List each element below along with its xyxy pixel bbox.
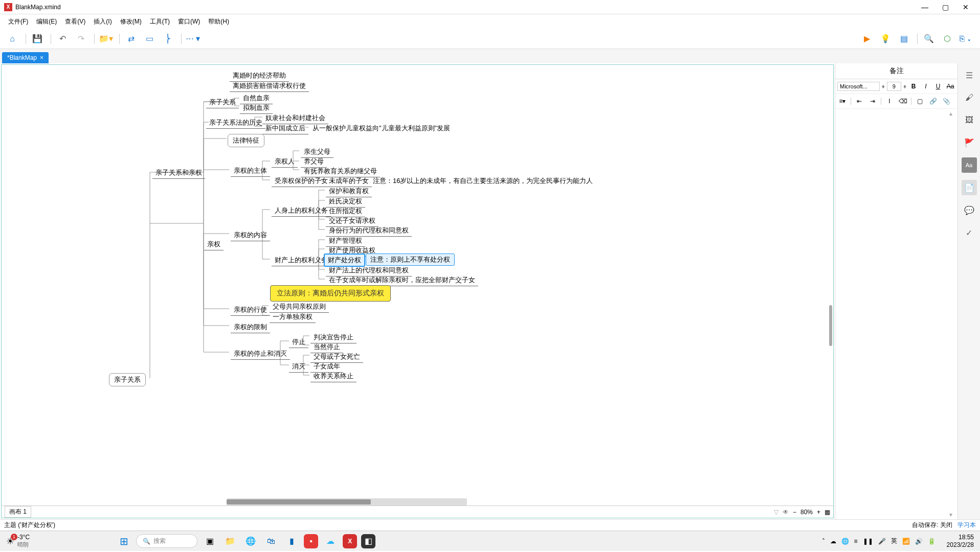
minimize-button[interactable]: —	[915, 1, 935, 13]
tray-speak-icon[interactable]: ❚❚	[863, 538, 873, 545]
node-holder[interactable]: 亲权人	[272, 156, 298, 168]
tray-mic-icon[interactable]: 🎤	[878, 538, 886, 545]
search-button[interactable]: 🔍	[921, 31, 937, 47]
node-property-rights[interactable]: 财产上的权利义务	[272, 255, 331, 266]
store-icon[interactable]: 🛍	[263, 533, 279, 549]
tray-ime-lang[interactable]: 英	[891, 537, 897, 545]
menu-tools[interactable]: 工具(T)	[146, 14, 174, 29]
summary-button[interactable]: ⎬	[160, 31, 176, 47]
explorer-icon[interactable]: 📁	[222, 533, 238, 549]
clear-format-button[interactable]: ⌫	[898, 96, 908, 106]
menu-modify[interactable]: 修改(M)	[116, 14, 146, 29]
menu-help[interactable]: 帮助(H)	[204, 14, 233, 29]
align-button[interactable]: ≡▾	[837, 96, 848, 106]
tray-battery-icon[interactable]: 🔋	[928, 538, 936, 545]
app-icon-1[interactable]: ▮	[283, 533, 300, 549]
marker-tab[interactable]: 🚩	[962, 135, 977, 150]
node-history[interactable]: 亲子关系法的历史	[206, 117, 265, 129]
xmind-taskbar-icon[interactable]: X	[343, 534, 357, 548]
node-protected-child[interactable]: 受亲权保护的子女	[272, 175, 331, 187]
underline-button[interactable]: U	[933, 81, 943, 91]
tray-onedrive-icon[interactable]: ☁	[830, 538, 836, 545]
node-minor-note[interactable]: 注意：16岁以上的未成年，有自己主要生活来源的，为完全民事行为能力人	[370, 175, 596, 187]
italic-button[interactable]: I	[921, 81, 931, 91]
horizontal-scrollbar[interactable]	[227, 498, 467, 505]
node-stop-cancel[interactable]: 亲权的停止和消灭	[231, 348, 290, 360]
sheet-tab[interactable]: 画布 1	[5, 506, 31, 518]
status-mode[interactable]: 学习本	[957, 521, 976, 530]
menu-window[interactable]: 窗口(W)	[174, 14, 204, 29]
home-button[interactable]: ⌂	[4, 31, 20, 47]
vertical-scrollbar[interactable]	[829, 305, 832, 346]
tray-bars-icon[interactable]: ≡	[854, 538, 858, 545]
style-tab[interactable]: 🖌	[962, 90, 977, 105]
strike-button[interactable]: Aa	[945, 81, 955, 91]
zoom-in-button[interactable]: +	[817, 509, 820, 516]
node-adopt-end[interactable]: 收养关系终止	[310, 371, 357, 382]
node-parent-child-rel[interactable]: 亲子关系	[206, 97, 239, 108]
node-limit[interactable]: 亲权的限制	[231, 321, 270, 333]
indent-left-button[interactable]: ⇤	[854, 96, 864, 106]
node-prop-transfer[interactable]: 在子女成年时或解除亲权时，应把全部财产交子女	[326, 274, 478, 286]
node-stop[interactable]: 停止	[289, 336, 308, 348]
node-legal-features[interactable]: 法律特征	[228, 134, 264, 147]
menu-edit[interactable]: 编辑(E)	[32, 14, 61, 29]
tray-wifi-icon[interactable]: 📶	[902, 538, 910, 545]
folder-button[interactable]: 📁▾	[98, 31, 114, 47]
tray-sync-icon[interactable]: 🌐	[841, 538, 849, 545]
bold-button[interactable]: B	[908, 81, 919, 91]
tray-volume-icon[interactable]: 🔊	[915, 538, 923, 545]
tab-close-button[interactable]: ×	[40, 54, 43, 61]
taskbar-search[interactable]: 🔍 搜索	[136, 534, 197, 548]
font-size-select[interactable]: 9	[887, 82, 901, 91]
eye-icon[interactable]: 👁	[783, 509, 789, 516]
notes-scroll-down[interactable]: ▾	[949, 511, 956, 518]
app-icon-3[interactable]: ☁	[322, 533, 339, 549]
menu-insert[interactable]: 插入(I)	[90, 14, 116, 29]
undo-button[interactable]: ↶	[54, 31, 71, 47]
notes-tab[interactable]: 📄	[962, 180, 977, 195]
font-family-select[interactable]: Microsoft...	[837, 82, 880, 91]
node-rel-and-custody[interactable]: 亲子关系和亲权	[152, 167, 205, 179]
menu-file[interactable]: 文件(F)	[4, 14, 32, 29]
node-content[interactable]: 亲权的内容	[231, 229, 270, 241]
indent-right-button[interactable]: ⇥	[867, 96, 878, 106]
start-button[interactable]: ⊞	[116, 533, 132, 549]
text-tab[interactable]: Aa	[962, 157, 977, 173]
edge-icon[interactable]: 🌐	[242, 533, 259, 549]
node-new-china[interactable]: 新中国成立后	[262, 123, 308, 134]
maximize-button[interactable]: ▢	[935, 1, 955, 13]
node-subject[interactable]: 亲权的主体	[231, 165, 270, 177]
boundary-button[interactable]: ▭	[141, 31, 158, 47]
image-button[interactable]: ▢	[915, 96, 925, 106]
node-single-custody[interactable]: 一方单独亲权	[270, 311, 316, 323]
more-button[interactable]: ⋯ ▾	[185, 31, 201, 47]
share-button[interactable]: ⬡	[939, 31, 955, 47]
close-button[interactable]: ✕	[955, 1, 976, 13]
task-tab[interactable]: ✓	[962, 225, 977, 240]
save-button[interactable]: 💾	[29, 31, 46, 47]
filter-icon[interactable]: ▽	[774, 509, 778, 516]
gantt-button[interactable]: ▤	[896, 31, 912, 47]
node-new-china-desc[interactable]: 从一般保护儿童权益向"儿童最大利益原则"发展	[309, 123, 453, 134]
mindmap-canvas[interactable]: 亲子关系 离婚时的经济帮助 离婚损害赔偿请求权行使 亲子关系 自然血亲 拟制血亲…	[1, 64, 834, 518]
node-cancel[interactable]: 消灭	[289, 361, 308, 373]
zoom-out-button[interactable]: −	[793, 509, 796, 516]
image-tab[interactable]: 🖼	[962, 112, 977, 128]
app-icon-4[interactable]: ◧	[361, 534, 375, 548]
outline-tab[interactable]: ☰	[962, 67, 977, 83]
attach-button[interactable]: 📎	[941, 96, 951, 106]
document-tab[interactable]: *BlankMap ×	[2, 52, 49, 63]
present-button[interactable]: ▶	[859, 31, 875, 47]
zoom-fit-button[interactable]: ▦	[825, 509, 830, 516]
tray-chevron-icon[interactable]: ˄	[822, 538, 825, 545]
task-view-button[interactable]: ▣	[202, 533, 218, 549]
node-legislation-principle[interactable]: 立法原则：离婚后仍共同形式亲权	[270, 285, 391, 302]
comments-tab[interactable]: 💬	[962, 202, 977, 218]
app-icon-2[interactable]: ▪	[304, 534, 318, 548]
font-color-button[interactable]: I	[884, 96, 895, 106]
export-button[interactable]: ⎘ ▾	[957, 31, 974, 47]
link-button-notes[interactable]: 🔗	[928, 96, 938, 106]
link-button[interactable]: ⇄	[123, 31, 139, 47]
node-exercise[interactable]: 亲权的行使	[231, 304, 270, 316]
